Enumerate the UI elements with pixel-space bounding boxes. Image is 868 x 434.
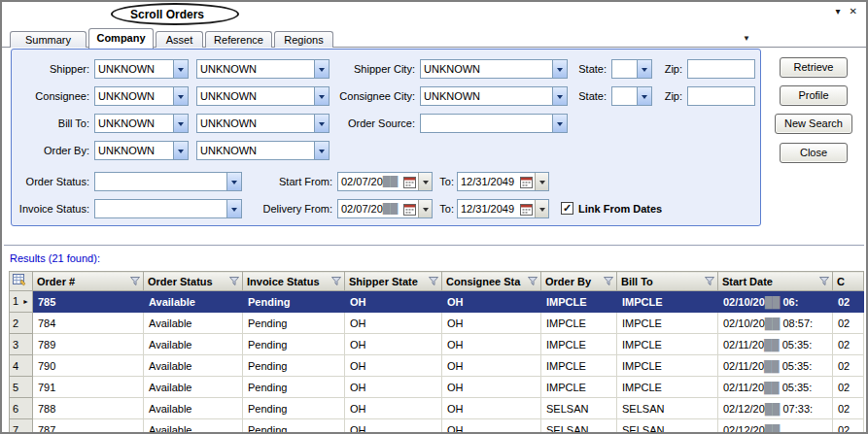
table-row[interactable]: 6 788 Available Pending OH OH SELSAN SEL… bbox=[10, 398, 864, 419]
grid-cell[interactable]: IMPCLE bbox=[617, 313, 718, 334]
grid-cell[interactable]: Pending bbox=[243, 355, 345, 377]
grid-cell[interactable]: Pending bbox=[243, 377, 345, 398]
column-header-order-number[interactable]: Order # bbox=[33, 272, 144, 291]
calendar-icon[interactable] bbox=[518, 200, 535, 217]
chevron-down-icon[interactable] bbox=[552, 115, 567, 132]
start-from-date[interactable]: 02/07/20██ bbox=[337, 172, 433, 191]
column-header-invoice-status[interactable]: Invoice Status bbox=[243, 272, 345, 291]
order-status-combo[interactable] bbox=[94, 172, 242, 191]
grid-cell[interactable]: Available bbox=[144, 334, 243, 355]
grid-cell[interactable]: IMPCLE bbox=[541, 377, 617, 398]
grid-cell[interactable]: OH bbox=[345, 398, 442, 419]
table-row[interactable]: 2 784 Available Pending OH OH IMPCLE IMP… bbox=[10, 313, 864, 334]
chevron-down-icon[interactable] bbox=[535, 173, 548, 190]
grid-cell[interactable]: Pending bbox=[243, 334, 345, 355]
grid-cell[interactable]: 02/11/20██ 05:35: bbox=[718, 377, 833, 398]
chevron-down-icon[interactable] bbox=[535, 200, 548, 217]
tab-asset[interactable]: Asset bbox=[156, 31, 203, 48]
pin-caret-icon[interactable]: ▾ bbox=[836, 6, 841, 17]
bill-to-code-combo[interactable]: UNKNOWN bbox=[94, 114, 189, 133]
grid-cell[interactable]: Pending bbox=[243, 313, 345, 334]
column-header-order-by[interactable]: Order By bbox=[541, 272, 617, 291]
new-search-button[interactable]: New Search bbox=[775, 114, 852, 134]
row-header[interactable]: 4 bbox=[10, 355, 33, 377]
chevron-down-icon[interactable] bbox=[173, 60, 188, 78]
shipper-state-combo[interactable] bbox=[611, 59, 652, 79]
tab-summary[interactable]: Summary bbox=[10, 31, 87, 48]
filter-icon[interactable] bbox=[705, 277, 714, 285]
column-header-start-date[interactable]: Start Date bbox=[718, 272, 833, 291]
grid-cell[interactable]: OH bbox=[442, 313, 541, 334]
filter-icon[interactable] bbox=[528, 277, 538, 285]
grid-cell[interactable]: Pending bbox=[243, 291, 345, 313]
start-to-date[interactable]: 12/31/2049 bbox=[457, 172, 549, 191]
row-header[interactable]: 5 bbox=[10, 377, 33, 398]
delivery-to-date[interactable]: 12/31/2049 bbox=[457, 199, 549, 218]
grid-cell[interactable]: IMPCLE bbox=[617, 377, 718, 398]
grid-cell[interactable]: Available bbox=[144, 313, 243, 334]
grid-cell[interactable]: 02/10/20██ 06: bbox=[718, 291, 833, 313]
column-header-c[interactable]: C bbox=[833, 272, 864, 291]
tab-reference[interactable]: Reference bbox=[205, 31, 272, 48]
grid-cell[interactable]: 02 bbox=[833, 419, 864, 433]
filter-icon[interactable] bbox=[819, 277, 829, 285]
filter-icon[interactable] bbox=[229, 277, 239, 285]
grid-cell[interactable]: Available bbox=[144, 291, 243, 313]
table-row[interactable]: 7 787 Available Pending OH OH SELSAN SEL… bbox=[10, 419, 864, 433]
close-button[interactable]: Close bbox=[780, 143, 848, 163]
grid-cell[interactable]: OH bbox=[345, 334, 442, 355]
grid-cell[interactable]: 02 bbox=[833, 313, 864, 334]
table-row[interactable]: 1► 785 Available Pending OH OH IMPCLE IM… bbox=[10, 291, 864, 313]
chevron-down-icon[interactable] bbox=[552, 60, 567, 78]
grid-cell[interactable]: OH bbox=[345, 313, 442, 334]
grid-cell[interactable]: 02 bbox=[833, 334, 864, 355]
column-header-shipper-state[interactable]: Shipper State bbox=[345, 272, 442, 291]
profile-button[interactable]: Profile bbox=[780, 85, 848, 106]
shipper-city-combo[interactable]: UNKNOWN bbox=[420, 59, 568, 79]
row-header[interactable]: 3 bbox=[10, 334, 33, 355]
grid-cell[interactable]: IMPCLE bbox=[541, 355, 617, 377]
calendar-icon[interactable] bbox=[401, 173, 418, 190]
order-by-code-combo[interactable]: UNKNOWN bbox=[94, 141, 189, 160]
row-header[interactable]: 7 bbox=[10, 419, 33, 433]
grid-cell[interactable]: OH bbox=[442, 334, 541, 355]
grid-cell[interactable]: SELSAN bbox=[617, 398, 718, 419]
grid-cell[interactable]: 789 bbox=[33, 334, 144, 355]
grid-cell[interactable]: OH bbox=[345, 419, 442, 433]
table-row[interactable]: 3 789 Available Pending OH OH IMPCLE IMP… bbox=[10, 334, 864, 355]
grid-cell[interactable]: OH bbox=[442, 398, 541, 419]
calendar-icon[interactable] bbox=[518, 173, 535, 190]
grid-cell[interactable]: 02/12/20██ bbox=[718, 419, 833, 433]
grid-cell[interactable]: Pending bbox=[243, 419, 345, 433]
grid-cell[interactable]: 02/12/20██ 07:33: bbox=[718, 398, 833, 419]
grid-cell[interactable]: 02 bbox=[833, 398, 864, 419]
tab-company[interactable]: Company bbox=[88, 28, 154, 49]
link-from-dates-checkbox[interactable]: ✓ bbox=[561, 202, 573, 215]
grid-cell[interactable]: IMPCLE bbox=[617, 334, 718, 355]
invoice-status-combo[interactable] bbox=[94, 199, 242, 218]
chevron-down-icon[interactable] bbox=[552, 87, 567, 105]
chevron-down-icon[interactable] bbox=[173, 142, 188, 159]
grid-cell[interactable]: SELSAN bbox=[541, 419, 617, 433]
retrieve-button[interactable]: Retrieve bbox=[780, 57, 848, 78]
grid-cell[interactable]: SELSAN bbox=[617, 419, 718, 433]
grid-cell[interactable]: IMPCLE bbox=[541, 313, 617, 334]
grid-cell[interactable]: 02 bbox=[833, 377, 864, 398]
grid-cell[interactable]: 02/10/20██ 08:57: bbox=[718, 313, 833, 334]
chevron-down-icon[interactable] bbox=[637, 87, 651, 105]
bill-to-name-combo[interactable]: UNKNOWN bbox=[196, 114, 330, 133]
consignee-state-combo[interactable] bbox=[611, 86, 652, 106]
grid-cell[interactable]: OH bbox=[345, 377, 442, 398]
shipper-zip-input[interactable] bbox=[687, 59, 755, 79]
grid-cell[interactable]: Available bbox=[144, 355, 243, 377]
consignee-name-combo[interactable]: UNKNOWN bbox=[196, 86, 330, 106]
tab-regions[interactable]: Regions bbox=[274, 31, 333, 48]
chevron-down-icon[interactable] bbox=[226, 200, 241, 217]
chevron-down-icon[interactable] bbox=[637, 60, 651, 78]
chevron-down-icon[interactable] bbox=[173, 87, 188, 105]
delivery-from-date[interactable]: 02/07/20██ bbox=[337, 199, 433, 218]
table-row[interactable]: 4 790 Available Pending OH OH IMPCLE IMP… bbox=[10, 355, 864, 377]
tab-overflow-icon[interactable]: ▼ bbox=[743, 34, 750, 43]
filter-icon[interactable] bbox=[331, 277, 341, 285]
shipper-name-combo[interactable]: UNKNOWN bbox=[196, 59, 330, 79]
